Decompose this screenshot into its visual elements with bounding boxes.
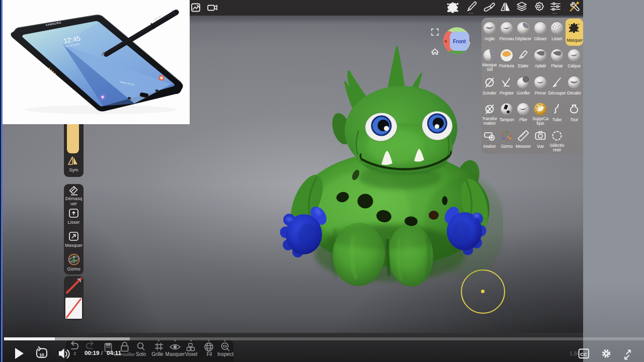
svg-text:CC: CC [580,351,587,357]
svg-text:10: 10 [39,352,44,357]
